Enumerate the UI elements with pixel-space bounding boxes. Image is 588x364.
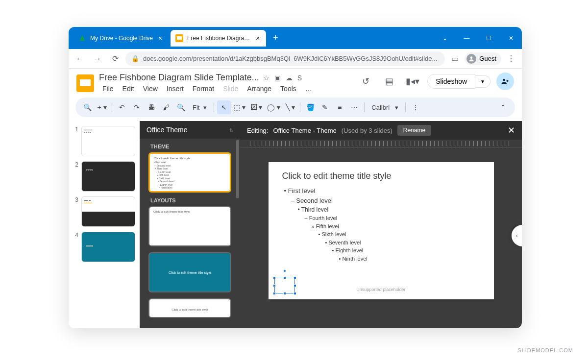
- layout-thumb[interactable]: Click to edit theme title style: [148, 206, 231, 246]
- reader-mode-icon[interactable]: ▭: [448, 52, 462, 66]
- line-tool[interactable]: ╲ ▾: [283, 100, 297, 114]
- textbox-tool[interactable]: ⬚ ▾: [232, 100, 247, 114]
- image-tool[interactable]: 🖼 ▾: [248, 100, 265, 114]
- paint-format-button[interactable]: 🖌: [159, 100, 173, 114]
- slideshow-dropdown[interactable]: ▼: [475, 75, 490, 88]
- profile-chip[interactable]: Guest: [465, 52, 501, 65]
- layout-thumb-list: Click to edit theme title style Click to…: [140, 206, 240, 328]
- comments-icon[interactable]: ▤: [380, 73, 398, 90]
- select-tool[interactable]: ↖: [217, 100, 231, 114]
- menu-file[interactable]: File: [99, 84, 117, 94]
- selected-placeholder[interactable]: [274, 278, 295, 293]
- level-3: • Third level: [298, 205, 480, 214]
- svg-point-0: [470, 56, 473, 59]
- level-9: • Ninth level: [339, 255, 480, 263]
- theme-title-placeholder[interactable]: Click to edit theme title style: [282, 171, 480, 181]
- theme-section-label: THEME: [140, 139, 240, 152]
- drive-icon: [78, 34, 86, 42]
- layout-thumb[interactable]: Click to edit theme title style: [148, 252, 231, 292]
- scrollbar[interactable]: [236, 140, 239, 198]
- minimize-button[interactable]: —: [456, 27, 478, 49]
- close-button[interactable]: ✕: [500, 27, 522, 49]
- menu-view[interactable]: View: [140, 84, 161, 94]
- zoom-select[interactable]: Fit ▾: [189, 100, 211, 114]
- slide-thumb-1[interactable]: ▬▬▬▬◗━◗━◗━▶: [81, 126, 135, 156]
- menu-tools[interactable]: Tools: [277, 84, 300, 94]
- slideshow-button[interactable]: Slideshow: [427, 74, 475, 89]
- history-icon[interactable]: ↺: [357, 73, 374, 90]
- browser-tab-drive[interactable]: My Drive - Google Drive ×: [74, 30, 169, 47]
- theme-sort-icon[interactable]: ⇅: [229, 127, 233, 133]
- menu-edit[interactable]: Edit: [119, 84, 138, 94]
- header-actions: ↺ ▤ ▮◂▾ Slideshow ▼: [357, 73, 514, 90]
- fill-color-button[interactable]: 🪣: [303, 100, 317, 114]
- slide-thumb-2[interactable]: ◗━◗━◗━▶: [81, 161, 135, 192]
- slides-logo-icon[interactable]: [76, 74, 94, 92]
- titlebar: My Drive - Google Drive × Free Fishbone …: [69, 27, 522, 49]
- menu-slide[interactable]: Slide: [220, 84, 242, 94]
- slideshow-split-button: Slideshow ▼: [427, 74, 490, 89]
- collapse-toolbar-icon[interactable]: ⌃: [496, 100, 510, 114]
- url-input[interactable]: 🔒 docs.google.com/presentation/d/1aKzgbb…: [125, 51, 445, 66]
- kebab-menu-icon[interactable]: ⋮: [504, 52, 518, 66]
- shape-tool[interactable]: ◯ ▾: [265, 100, 282, 114]
- address-bar: ← → ⟳ 🔒 docs.google.com/presentation/d/1…: [69, 49, 522, 69]
- menu-format[interactable]: Format: [189, 84, 218, 94]
- close-icon[interactable]: ×: [157, 35, 164, 42]
- border-color-button[interactable]: ✎: [318, 100, 332, 114]
- workspace: 1 ▬▬▬▬◗━◗━◗━▶ 2 ◗━◗━◗━▶ 3 ▬ ▬ ▬▬▬▬▬ 4 ▬▬…: [69, 121, 522, 328]
- more-tools-button[interactable]: ⋮: [409, 100, 422, 114]
- menu-arrange[interactable]: Arrange: [244, 84, 275, 94]
- level-7: • Seventh level: [325, 239, 480, 247]
- profile-label: Guest: [479, 55, 496, 62]
- border-weight-button[interactable]: ≡: [333, 100, 346, 114]
- slide-thumb-row: 1 ▬▬▬▬◗━◗━◗━▶: [73, 126, 136, 156]
- theme-panel: Office Theme ⇅ THEME Click to edit theme…: [140, 121, 240, 328]
- url-text: docs.google.com/presentation/d/1aKzgbbsg…: [143, 55, 439, 62]
- theme-thumb-list: Click to edit theme title style • First …: [140, 152, 240, 193]
- back-button[interactable]: ←: [73, 51, 87, 66]
- body-placeholder[interactable]: • First level – Second level • Third lev…: [282, 186, 480, 263]
- slide-thumb-4[interactable]: ▬▬▬: [81, 232, 135, 262]
- cloud-icon[interactable]: ☁: [285, 73, 294, 83]
- search-menu-icon[interactable]: 🔍: [80, 100, 94, 114]
- new-tab-button[interactable]: +: [268, 33, 283, 43]
- menu-more[interactable]: …: [302, 84, 316, 94]
- browser-tab-slides[interactable]: Free Fishbone Diagram Slide Tem ×: [171, 30, 266, 47]
- canvas-wrap[interactable]: Click to edit theme title style • First …: [240, 147, 522, 328]
- forward-button[interactable]: →: [90, 51, 105, 66]
- move-icon[interactable]: ▣: [273, 73, 282, 83]
- slide-number: 2: [73, 161, 78, 168]
- ruler-horizontal[interactable]: [240, 140, 522, 147]
- theme-panel-header: Office Theme ⇅: [140, 121, 240, 139]
- filmstrip: 1 ▬▬▬▬◗━◗━◗━▶ 2 ◗━◗━◗━▶ 3 ▬ ▬ ▬▬▬▬▬ 4 ▬▬…: [69, 121, 140, 328]
- new-slide-button[interactable]: + ▾: [95, 100, 109, 114]
- avatar-icon: [466, 54, 476, 64]
- tabs-area: My Drive - Google Drive × Free Fishbone …: [69, 27, 434, 49]
- meet-icon[interactable]: ▮◂▾: [404, 73, 421, 90]
- chevron-down-icon[interactable]: ⌄: [434, 27, 456, 49]
- close-icon[interactable]: ✕: [508, 125, 515, 136]
- star-icon[interactable]: ☆: [262, 73, 270, 83]
- doc-title[interactable]: Free Fishbone Diagram Slide Template...: [99, 73, 259, 83]
- undo-button[interactable]: ↶: [115, 100, 129, 114]
- share-button[interactable]: [496, 73, 514, 90]
- theme-master-thumb[interactable]: Click to edit theme title style • First …: [148, 152, 231, 193]
- layout-thumb[interactable]: Click to edit theme title style: [148, 298, 231, 318]
- slide-thumb-3[interactable]: ▬ ▬ ▬▬▬▬▬: [81, 196, 135, 227]
- slide-canvas[interactable]: Click to edit theme title style • First …: [269, 162, 494, 299]
- reload-button[interactable]: ⟳: [108, 51, 122, 66]
- menu-insert[interactable]: Insert: [163, 84, 187, 94]
- close-icon[interactable]: ×: [254, 35, 261, 42]
- zoom-out-icon[interactable]: 🔍: [174, 100, 188, 114]
- font-select[interactable]: Calibri ▾: [368, 100, 402, 114]
- maximize-button[interactable]: ☐: [478, 27, 500, 49]
- editor-prefix: Editing:: [247, 127, 268, 134]
- separator: [405, 102, 406, 112]
- redo-button[interactable]: ↷: [130, 100, 144, 114]
- print-button[interactable]: 🖶: [145, 100, 158, 114]
- rename-button[interactable]: Rename: [397, 125, 431, 136]
- window-controls: ⌄ — ☐ ✕: [434, 27, 522, 49]
- border-dash-button[interactable]: ⋯: [347, 100, 361, 114]
- level-8: • Eighth level: [332, 246, 480, 255]
